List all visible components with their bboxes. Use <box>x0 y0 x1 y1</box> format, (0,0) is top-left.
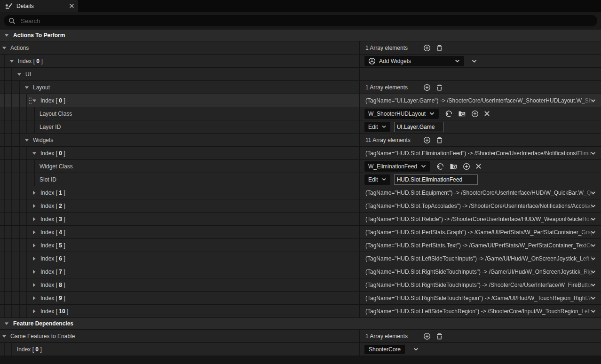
value-options-dropdown[interactable] <box>590 308 596 314</box>
tab-close-button[interactable] <box>69 3 74 8</box>
property-name-cell[interactable]: UI <box>0 68 360 80</box>
property-name-cell[interactable]: Index [ 3 ] <box>0 213 360 225</box>
value-options-dropdown[interactable] <box>590 150 596 156</box>
indent-guide <box>19 292 20 304</box>
property-name-cell[interactable]: Index [ 0 ] <box>0 94 360 107</box>
expand-arrow-icon[interactable] <box>32 151 37 155</box>
add-array-element-button[interactable] <box>423 44 431 52</box>
struct-value-summary: (TagName="UI.Layer.Game") -> /ShooterCor… <box>360 97 601 104</box>
indent-guide <box>11 292 12 304</box>
class-picker-dropdown[interactable]: W_ShooterHUDLayout <box>364 109 439 119</box>
category-header-feature-dependencies[interactable]: Feature Dependencies <box>0 318 601 330</box>
expand-arrow-icon[interactable] <box>4 322 9 326</box>
property-name-cell[interactable]: Index [ 0 ] <box>0 147 360 159</box>
collapse-arrow-icon[interactable] <box>32 230 36 235</box>
tab-details[interactable]: Details <box>0 0 78 12</box>
collapse-arrow-icon[interactable] <box>32 190 36 195</box>
collapse-arrow-icon[interactable] <box>32 296 36 301</box>
clear-reference-button[interactable] <box>475 163 482 169</box>
collapse-arrow-icon[interactable] <box>32 204 36 208</box>
property-name-cell[interactable]: Index [ 8 ] <box>0 278 360 291</box>
element-options-dropdown[interactable] <box>471 58 477 64</box>
property-name-cell[interactable]: Layout Class <box>0 107 360 120</box>
expand-arrow-icon[interactable] <box>17 72 22 76</box>
empty-array-button[interactable] <box>436 84 443 91</box>
new-asset-button[interactable] <box>471 110 479 118</box>
value-options-dropdown[interactable] <box>590 229 596 235</box>
value-options-dropdown[interactable] <box>590 282 596 288</box>
browse-to-asset-button[interactable] <box>450 163 458 170</box>
property-name-cell[interactable]: Layer ID <box>0 120 360 133</box>
search-box[interactable] <box>4 15 597 26</box>
browse-to-asset-button[interactable] <box>458 110 466 118</box>
value-options-dropdown[interactable] <box>590 269 596 275</box>
property-name-cell[interactable]: Index [ 9 ] <box>0 292 360 304</box>
category-header-actions-to-perform[interactable]: Actions To Perform <box>0 30 601 41</box>
drag-handle-icon[interactable] <box>29 97 32 104</box>
value-options-dropdown[interactable] <box>590 295 596 301</box>
indent-guide <box>4 226 5 238</box>
value-options-dropdown[interactable] <box>590 190 596 196</box>
edit-tag-button[interactable]: Edit <box>364 122 390 132</box>
expand-arrow-icon[interactable] <box>24 138 29 142</box>
property-name-cell[interactable]: Actions <box>0 41 360 54</box>
use-selected-asset-button[interactable] <box>445 110 453 118</box>
index-label-suffix: ] <box>62 269 65 275</box>
edit-tag-button[interactable]: Edit <box>364 174 390 185</box>
property-name-cell[interactable]: Index [ 1 ] <box>0 186 360 199</box>
indent-guide <box>19 134 20 146</box>
use-selected-asset-button[interactable] <box>436 163 444 170</box>
property-name-cell[interactable]: Index [ 4 ] <box>0 226 360 238</box>
property-name-cell[interactable]: Index [ 2 ] <box>0 199 360 212</box>
expand-arrow-icon[interactable] <box>4 33 9 38</box>
empty-array-button[interactable] <box>436 44 443 52</box>
expand-arrow-icon[interactable] <box>32 98 37 103</box>
empty-array-button[interactable] <box>436 332 443 340</box>
property-name-cell[interactable]: Slot ID <box>0 173 360 186</box>
tag-value-input[interactable] <box>394 122 443 132</box>
property-name-cell[interactable]: Index [ 10 ] <box>0 305 360 317</box>
add-widgets-dropdown[interactable]: Add Widgets <box>364 56 464 66</box>
class-picker-dropdown[interactable]: W_EliminationFeed <box>364 161 430 172</box>
collapse-arrow-icon[interactable] <box>32 283 36 287</box>
value-options-dropdown[interactable] <box>590 255 596 261</box>
value-options-dropdown[interactable] <box>590 97 596 103</box>
property-name-cell[interactable]: Index [ 0 ] <box>0 343 360 356</box>
property-name-cell[interactable]: Game Features to Enable <box>0 330 360 342</box>
collapse-arrow-icon[interactable] <box>32 256 36 261</box>
property-name-cell[interactable]: Index [ 6 ] <box>0 252 360 265</box>
indent-guide <box>19 186 20 199</box>
expand-arrow-icon[interactable] <box>24 85 29 89</box>
indent-guide <box>11 107 12 120</box>
collapse-arrow-icon[interactable] <box>32 269 36 274</box>
search-input[interactable] <box>20 17 593 25</box>
value-options-dropdown[interactable] <box>590 203 596 209</box>
property-name-cell[interactable]: Widgets <box>0 134 360 146</box>
add-array-element-button[interactable] <box>423 332 431 340</box>
indent-guide <box>26 160 27 173</box>
property-name-cell[interactable]: Widget Class <box>0 160 360 173</box>
value-options-dropdown[interactable] <box>590 216 596 222</box>
tag-value-input[interactable] <box>394 174 478 185</box>
feature-name-input[interactable]: ShooterCore <box>364 345 405 354</box>
empty-array-button[interactable] <box>436 136 443 144</box>
value-options-dropdown[interactable] <box>590 242 596 248</box>
property-row-slot-id: Slot IDEdit <box>0 173 601 186</box>
property-name-cell[interactable]: Index [ 7 ] <box>0 265 360 278</box>
property-label: Actions <box>10 45 29 51</box>
collapse-arrow-icon[interactable] <box>32 309 36 314</box>
add-array-element-button[interactable] <box>423 84 431 91</box>
expand-arrow-icon[interactable] <box>2 334 7 338</box>
clear-reference-button[interactable] <box>484 111 490 117</box>
expand-arrow-icon[interactable] <box>9 59 14 63</box>
index-label-suffix: ] <box>62 229 65 236</box>
collapse-arrow-icon[interactable] <box>32 217 36 222</box>
collapse-arrow-icon[interactable] <box>32 243 36 248</box>
property-name-cell[interactable]: Index [ 0 ] <box>0 55 360 67</box>
add-array-element-button[interactable] <box>423 136 431 144</box>
expand-arrow-icon[interactable] <box>2 46 7 50</box>
property-name-cell[interactable]: Layout <box>0 81 360 94</box>
property-name-cell[interactable]: Index [ 5 ] <box>0 239 360 252</box>
new-asset-button[interactable] <box>463 163 470 170</box>
feature-name-dropdown[interactable] <box>413 346 419 352</box>
